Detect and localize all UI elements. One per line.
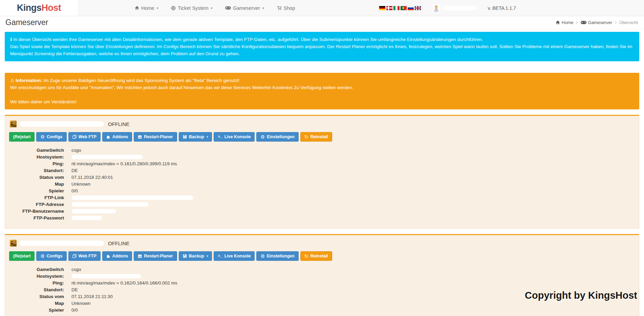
- live-konsole-button[interactable]: >_Live Konsole: [214, 132, 255, 142]
- flag-de-icon[interactable]: [379, 6, 385, 10]
- csgo-game-icon: GO: [10, 121, 17, 127]
- button-label: (Re)start: [13, 134, 30, 139]
- detail-row-ftp-benutzername: FTP-Benutzername: [9, 208, 635, 215]
- nav-item-gameserver[interactable]: Gameserver▾: [225, 5, 264, 11]
- username-redacted: [443, 6, 477, 10]
- breadcrumb-label: Home: [562, 20, 574, 25]
- detail-row-spieler: Spieler0/0: [9, 307, 635, 314]
- breadcrumb-separator: >: [576, 20, 578, 25]
- reinstall-button[interactable]: ↻Reinstall: [300, 251, 332, 261]
- chevron-down-icon: ▾: [262, 6, 264, 10]
- detail-value: rtt min/avg/max/mdev = 0.161/0.280/0.399…: [71, 161, 177, 167]
- restart-planer-button[interactable]: Restart-Planer: [134, 132, 177, 142]
- detail-label: Map: [9, 300, 64, 307]
- breadcrumb-separator: >: [615, 20, 617, 25]
- alert-text: Information:: [16, 78, 42, 83]
- detail-row-status-vom: Status vom07.11.2018 22:40:01: [9, 174, 635, 181]
- chevron-down-icon: ▾: [157, 6, 158, 10]
- backup-button[interactable]: Backup▾: [179, 132, 212, 142]
- nav-item-label: Shop: [284, 5, 295, 11]
- einstellungen-button[interactable]: ⚙Einstellungen: [256, 132, 299, 142]
- detail-label: Spieler: [9, 188, 64, 194]
- button-label: Addons: [112, 254, 128, 258]
- detail-row-hostsystem: Hostsystem:: [9, 154, 635, 161]
- reinstall-button[interactable]: ↻Reinstall: [300, 132, 332, 142]
- addons-button[interactable]: Addons: [102, 251, 132, 261]
- detail-label: Status vom: [9, 293, 64, 300]
- server-actions: (Re)start⚙ConfigsWeb FTPAddonsRestart-Pl…: [9, 132, 635, 142]
- language-flags: [379, 6, 421, 10]
- button-label: Live Konsole: [224, 134, 251, 139]
- home-icon: [135, 6, 139, 10]
- server-panels: GOOFFLINE(Re)start⚙ConfigsWeb FTPAddonsR…: [5, 115, 639, 316]
- detail-label: FTP-Benutzername: [9, 208, 64, 215]
- user-avatar[interactable]: [432, 4, 440, 12]
- backup-button[interactable]: Backup▾: [179, 251, 212, 261]
- alert-text: Bereich können Sie sämtliche Konfigurati…: [179, 44, 336, 49]
- re-start-button[interactable]: (Re)start: [9, 132, 35, 142]
- button-label: Einstellungen: [267, 254, 295, 258]
- button-label: Reinstall: [310, 254, 328, 258]
- server-details: GameSwitchcsgoHostsystem:Ping:rtt min/av…: [9, 147, 635, 222]
- detail-label: Hostsystem:: [9, 273, 64, 280]
- flag-dk-icon[interactable]: [386, 6, 392, 10]
- re-start-button[interactable]: (Re)start: [9, 251, 35, 261]
- gears-icon: ⚙: [40, 254, 45, 258]
- breadcrumb-gameserver[interactable]: Gameserver: [581, 20, 613, 25]
- page-header: Gameserver Home>Gameserver>Übersicht: [0, 16, 644, 29]
- server-panel: GOOFFLINE(Re)start⚙ConfigsWeb FTPAddonsR…: [5, 234, 639, 316]
- version-label: v. BETA 1.1.7: [488, 5, 516, 11]
- nav-item-ticket-system[interactable]: Ticket System▾: [171, 5, 212, 11]
- button-label: Backup: [189, 254, 204, 258]
- flag-ru-icon[interactable]: [408, 6, 414, 10]
- detail-label: GameSwitch: [9, 147, 64, 154]
- einstellungen-button[interactable]: ⚙Einstellungen: [256, 251, 299, 261]
- detail-row-ftp-adresse: FTP-Adresse: [9, 201, 635, 208]
- nav-item-home[interactable]: Home▾: [135, 5, 158, 11]
- alert-text: Wir entschuldigen uns für Ausfälle und "…: [10, 85, 353, 90]
- server-actions: (Re)start⚙ConfigsWeb FTPAddonsRestart-Pl…: [9, 251, 635, 261]
- terminal-icon: >_: [218, 135, 222, 139]
- warning-alert: ⚠Information: Im Zuge unserer Baldigen N…: [5, 73, 639, 109]
- calendar-icon: [138, 135, 142, 139]
- detail-row-ftp-link: FTP-Link: [9, 194, 635, 201]
- flag-gb-icon[interactable]: [415, 6, 421, 10]
- detail-value-redacted: [71, 209, 116, 213]
- chevron-down-icon: ▾: [211, 6, 213, 10]
- detail-label: FTP-Link: [9, 194, 64, 201]
- button-label: Restart-Planer: [144, 254, 173, 258]
- copy-icon: [72, 135, 77, 139]
- nav-item-shop[interactable]: Shop: [277, 5, 295, 11]
- detail-row-ping: Ping:rtt min/avg/max/mdev = 0.161/0.280/…: [9, 161, 635, 167]
- live-konsole-button[interactable]: >_Live Konsole: [214, 251, 255, 261]
- nav-item-label: Home: [141, 5, 154, 11]
- configs-button[interactable]: ⚙Configs: [36, 132, 66, 142]
- calendar-icon: [138, 254, 142, 258]
- addons-button[interactable]: Addons: [102, 132, 132, 142]
- button-label: Web FTP: [79, 134, 96, 139]
- alert-text: die Fehlerausgaben, welche es Ihnen ermö…: [55, 51, 239, 56]
- detail-value-redacted: [71, 216, 102, 220]
- nav-item-label: Ticket System: [178, 5, 209, 11]
- info-icon: ℹ: [10, 37, 12, 42]
- detail-label: Hostsystem:: [9, 154, 64, 161]
- detail-label: GameSwitch: [9, 266, 64, 273]
- restart-planer-button[interactable]: Restart-Planer: [134, 251, 177, 261]
- csgo-icon-text: GO: [13, 125, 16, 127]
- detail-value: Unknown: [71, 181, 90, 188]
- detail-value: 0/0: [71, 188, 78, 194]
- web-ftp-button[interactable]: Web FTP: [68, 132, 101, 142]
- gears-icon: ⚙: [40, 134, 45, 139]
- brand-logo[interactable]: KingsHost: [0, 0, 78, 16]
- detail-value: 07.11.2018 21:11:30: [71, 293, 113, 300]
- alert-text: Restart Planer: [336, 44, 365, 49]
- breadcrumb-home[interactable]: Home: [556, 20, 574, 25]
- configs-button[interactable]: ⚙Configs: [36, 251, 66, 261]
- detail-label: Map: [9, 181, 64, 188]
- flag-pt-icon[interactable]: [401, 6, 407, 10]
- flag-it-icon[interactable]: [393, 6, 400, 10]
- gear-icon: ⚙: [260, 134, 265, 139]
- csgo-game-icon: GO: [10, 240, 17, 247]
- web-ftp-button[interactable]: Web FTP: [68, 251, 101, 261]
- home-icon: [556, 20, 560, 25]
